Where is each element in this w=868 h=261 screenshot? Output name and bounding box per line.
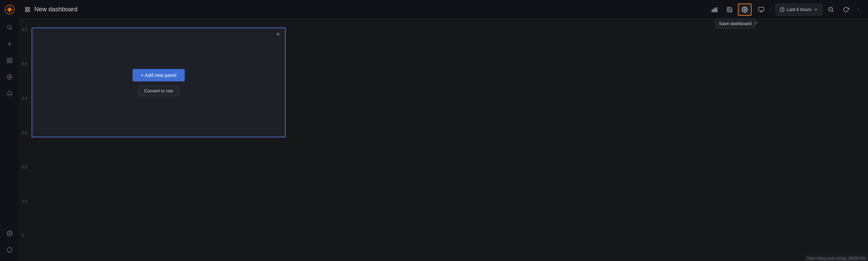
settings-btn-wrapper: Save dashboard <box>738 3 752 16</box>
time-range-picker[interactable]: Last 6 hours <box>775 3 823 16</box>
svg-point-23 <box>744 9 746 10</box>
svg-line-29 <box>832 11 833 12</box>
topbar-actions: + Save dashbo <box>708 3 863 16</box>
refresh-interval-dropdown[interactable] <box>854 3 863 16</box>
y-label-01: 0.1 <box>22 199 27 234</box>
svg-rect-8 <box>7 61 9 63</box>
add-new-panel-btn[interactable]: + Add new panel <box>133 69 185 81</box>
topbar-separator <box>771 5 771 14</box>
sidebar <box>0 0 19 261</box>
convert-to-row-btn[interactable]: Convert to row <box>138 86 179 96</box>
svg-rect-20 <box>717 9 718 12</box>
svg-rect-16 <box>28 10 30 12</box>
panel-body: + Add new panel Convert to row <box>32 28 285 137</box>
sidebar-item-add[interactable] <box>0 36 19 52</box>
save-dashboard-btn[interactable] <box>723 3 736 16</box>
zoom-out-btn[interactable] <box>824 3 838 16</box>
convert-row-label: Convert to row <box>144 88 173 93</box>
url-text: https://blog.csdn.net/qq_39595769 <box>807 256 865 260</box>
svg-rect-7 <box>10 58 12 60</box>
svg-rect-18 <box>713 9 715 12</box>
sidebar-item-dashboards[interactable] <box>0 52 19 69</box>
svg-rect-6 <box>7 58 9 60</box>
panel-close-btn[interactable]: × <box>274 30 282 38</box>
panel-container: × + Add new panel Convert to row <box>32 27 286 137</box>
svg-rect-17 <box>712 10 713 12</box>
sidebar-item-alerts[interactable] <box>0 85 19 102</box>
refresh-btn[interactable] <box>839 3 853 16</box>
svg-rect-13 <box>25 8 27 9</box>
y-label-06: 0.6 <box>22 27 27 62</box>
svg-rect-15 <box>25 10 27 12</box>
y-label-0: 0 <box>22 234 27 261</box>
dashboard-settings-btn[interactable] <box>738 3 752 16</box>
svg-rect-9 <box>10 61 12 63</box>
y-label-02: 0.2 <box>22 165 27 199</box>
dashboard-area: 0.6 0.5 0.4 0.3 0.2 0.1 0 × <box>19 19 868 261</box>
y-label-04: 0.4 <box>22 96 27 130</box>
sidebar-item-settings[interactable] <box>0 225 19 242</box>
cycle-view-btn[interactable] <box>754 3 768 16</box>
save-dashboard-tooltip: Save dashboard <box>715 19 755 29</box>
main-content: New dashboard + <box>19 0 868 261</box>
topbar: New dashboard + <box>19 0 868 19</box>
svg-line-3 <box>11 29 12 30</box>
add-panel-label: + Add new panel <box>141 72 176 78</box>
grafana-logo[interactable] <box>0 0 19 19</box>
sidebar-item-shield[interactable] <box>0 242 19 258</box>
sidebar-item-search[interactable] <box>0 19 19 36</box>
dashboard-grid-icon <box>25 7 30 12</box>
sidebar-item-explore[interactable] <box>0 69 19 85</box>
time-range-label: Last 6 hours <box>787 7 811 12</box>
y-label-05: 0.5 <box>22 62 27 96</box>
y-axis-labels: 0.6 0.5 0.4 0.3 0.2 0.1 0 <box>22 27 27 261</box>
svg-text:+: + <box>717 7 718 9</box>
svg-rect-19 <box>715 8 716 12</box>
y-label-03: 0.3 <box>22 130 27 165</box>
svg-point-2 <box>8 25 11 29</box>
add-panel-icon-btn[interactable]: + <box>708 3 721 16</box>
url-bar: https://blog.csdn.net/qq_39595769 <box>804 256 868 261</box>
svg-rect-14 <box>28 8 30 9</box>
svg-marker-11 <box>9 76 11 78</box>
page-title: New dashboard <box>34 6 708 13</box>
svg-point-12 <box>9 233 11 235</box>
svg-rect-24 <box>759 7 764 11</box>
